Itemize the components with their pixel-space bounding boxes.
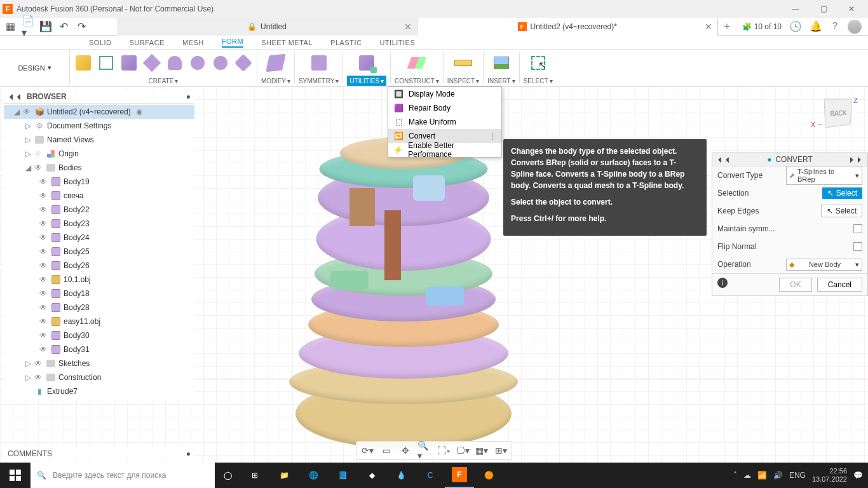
group-label-construct[interactable]: CONSTRUCT▾ <box>395 76 439 86</box>
convert-type-combo[interactable]: ⬈T-Splines to BRep▾ <box>786 166 862 185</box>
file-menu-icon[interactable]: 📄▾ <box>22 20 34 33</box>
construct-plane-icon[interactable] <box>407 53 426 72</box>
tray-expand-icon[interactable]: ˄ <box>733 471 737 480</box>
expand-left-icon[interactable]: ⏴⏴ <box>716 155 731 164</box>
tree-body-item[interactable]: 👁Body31 <box>4 342 194 356</box>
tray-onedrive-icon[interactable]: ☁ <box>743 471 751 480</box>
tree-construction[interactable]: ▷👁Construction <box>4 370 194 384</box>
menu-more-icon[interactable]: ⋮ <box>489 132 496 140</box>
grid-settings-icon[interactable]: ▦▾ <box>475 444 489 458</box>
visibility-icon[interactable]: 👁 <box>34 163 43 172</box>
comments-bar[interactable]: COMMENTS ● <box>4 447 194 460</box>
measure-icon[interactable] <box>454 53 473 72</box>
close-tab-icon[interactable]: ✕ <box>705 22 712 32</box>
tray-network-icon[interactable]: 📶 <box>757 471 767 480</box>
taskbar-app-explorer[interactable]: 📁 <box>269 463 299 488</box>
viewcube[interactable]: Z X ─ BACK <box>820 99 858 137</box>
taskbar-search[interactable]: 🔍 Введите здесь текст для поиска <box>31 463 215 488</box>
viewport[interactable]: ⏴⏴ BROWSER ● ◢ 👁 📦 Untitled2 (v4~recover… <box>0 86 868 463</box>
visibility-icon[interactable]: 👁 <box>39 219 48 228</box>
ribbon-tab-utilities[interactable]: UTILITIES <box>379 39 415 46</box>
user-avatar[interactable] <box>848 20 862 34</box>
tree-body-item[interactable]: 👁Body30 <box>4 329 194 342</box>
convert-dialog-header[interactable]: ⏴⏴ ● CONVERT ⏵⏵ <box>712 153 867 166</box>
torus-icon[interactable] <box>211 53 230 72</box>
menu-make-uniform[interactable]: ⬚Make Uniform <box>388 115 501 129</box>
new-tab-button[interactable]: ＋ <box>718 18 736 36</box>
selection-button[interactable]: ↖Select <box>822 187 862 199</box>
taskbar-app-generic2[interactable]: 💧 <box>386 463 416 488</box>
cylinder-icon[interactable] <box>165 53 184 72</box>
tray-volume-icon[interactable]: 🔊 <box>773 471 783 480</box>
redo-icon[interactable]: ↷ <box>75 20 88 33</box>
visibility-icon[interactable]: 👁 <box>39 233 48 242</box>
close-tab-icon[interactable]: ✕ <box>404 22 412 32</box>
plane-icon[interactable] <box>142 53 161 72</box>
visibility-icon[interactable]: 👁 <box>39 205 48 214</box>
info-icon[interactable]: i <box>717 278 728 288</box>
cancel-button[interactable]: Cancel <box>817 278 862 292</box>
tray-language[interactable]: ENG <box>789 471 806 480</box>
expand-right-icon[interactable]: ⏵⏵ <box>848 155 864 164</box>
insert-image-icon[interactable] <box>492 53 511 72</box>
action-center-icon[interactable]: 💬 <box>853 471 863 480</box>
menu-repair-body[interactable]: 🟪Repair Body <box>388 101 501 115</box>
group-label-utilities[interactable]: UTILITIES▾ <box>347 76 386 86</box>
tree-body-item[interactable]: 👁Body23 <box>4 217 194 231</box>
visibility-icon[interactable]: 👁 <box>39 345 48 354</box>
tree-extrude[interactable]: ·▮Extrude7 <box>4 384 194 398</box>
ribbon-tab-sheet-metal[interactable]: SHEET METAL <box>261 39 313 46</box>
collapse-arrows-icon[interactable]: ⏴⏴ <box>8 92 23 101</box>
workspace-switcher[interactable]: DESIGN▾ <box>0 50 70 86</box>
display-settings-icon[interactable]: 🖵▾ <box>456 444 470 458</box>
visibility-icon[interactable]: 👁 <box>39 303 48 312</box>
browser-pin-icon[interactable]: ● <box>186 92 191 101</box>
group-label-symmetry[interactable]: SYMMETRY▾ <box>299 76 339 86</box>
tree-body-item[interactable]: 👁Body25 <box>4 245 194 259</box>
extension-status[interactable]: 🧩 10 of 10 <box>742 22 782 31</box>
undo-icon[interactable]: ↶ <box>57 20 70 33</box>
keep-edges-button[interactable]: ↖Select <box>821 205 862 217</box>
tree-body-item[interactable]: 👁Body19 <box>4 175 194 189</box>
help-icon[interactable]: ？ <box>830 20 840 33</box>
sphere-icon[interactable] <box>188 53 207 72</box>
data-panel-icon[interactable]: ▦ <box>4 20 17 33</box>
taskbar-app-chrome[interactable]: 🌐 <box>299 463 328 488</box>
mirror-icon[interactable] <box>309 53 329 72</box>
visibility-icon[interactable]: 👁 <box>34 359 43 368</box>
ribbon-tab-surface[interactable]: SURFACE <box>130 39 165 46</box>
visibility-icon[interactable]: 👁 <box>39 177 48 186</box>
tree-body-item[interactable]: 👁свеча <box>4 189 194 203</box>
menu-display-mode[interactable]: 🔲Display Mode <box>388 87 501 101</box>
pan-icon[interactable]: ✥ <box>398 444 412 458</box>
tree-body-item[interactable]: 👁Body18 <box>4 287 194 301</box>
tab-untitled[interactable]: 🔒 Untitled ✕ <box>117 18 417 36</box>
maximize-button[interactable]: ▢ <box>810 0 837 18</box>
fit-icon[interactable]: ⛶▾ <box>437 444 451 458</box>
visibility-icon[interactable]: 👁 <box>23 107 32 116</box>
tree-origin[interactable]: ▷👁Origin <box>4 147 194 161</box>
tree-body-item[interactable]: 👁easy11.obj <box>4 315 194 329</box>
comments-pin-icon[interactable]: ● <box>186 449 191 458</box>
radio-icon[interactable]: ◉ <box>136 107 142 116</box>
menu-better-performance[interactable]: ⚡Enable Better Performance <box>388 143 501 157</box>
visibility-icon[interactable]: 👁 <box>39 275 48 284</box>
minimize-button[interactable]: — <box>782 0 810 18</box>
start-button[interactable] <box>0 463 31 488</box>
maintain-symmetry-checkbox[interactable] <box>853 224 862 233</box>
group-label-create[interactable]: CREATE▾ <box>149 76 179 86</box>
group-label-modify[interactable]: MODIFY▾ <box>261 76 290 86</box>
group-label-inspect[interactable]: INSPECT▾ <box>447 76 479 86</box>
tree-body-item[interactable]: 👁Body28 <box>4 301 194 315</box>
taskbar-app-cura[interactable]: C <box>416 463 445 488</box>
visibility-icon[interactable]: 👁 <box>39 331 48 340</box>
tree-body-item[interactable]: 👁10.1.obj <box>4 273 194 287</box>
expand-icon[interactable]: ◢ <box>13 107 20 116</box>
flip-normal-checkbox[interactable] <box>853 242 862 251</box>
taskbar-app-blender[interactable]: 🟠 <box>474 463 503 488</box>
close-button[interactable]: ✕ <box>837 0 865 18</box>
job-status-icon[interactable]: 🕓 <box>789 20 802 32</box>
tree-sketches[interactable]: ▷👁Sketches <box>4 356 194 370</box>
browser-header[interactable]: ⏴⏴ BROWSER ● <box>4 90 194 104</box>
tab-untitled2[interactable]: F Untitled2 (v4~recovered)* ✕ <box>417 18 718 36</box>
